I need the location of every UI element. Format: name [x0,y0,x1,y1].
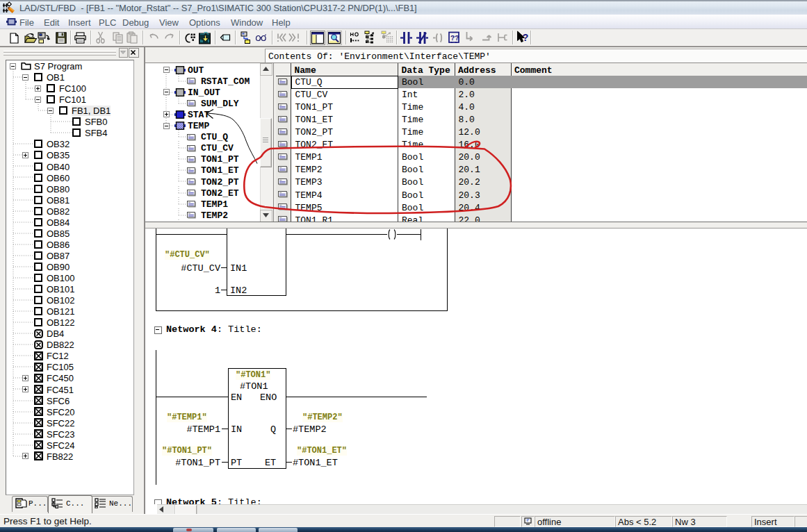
svg-text:??: ?? [450,34,459,42]
svg-text:?: ? [523,32,529,43]
